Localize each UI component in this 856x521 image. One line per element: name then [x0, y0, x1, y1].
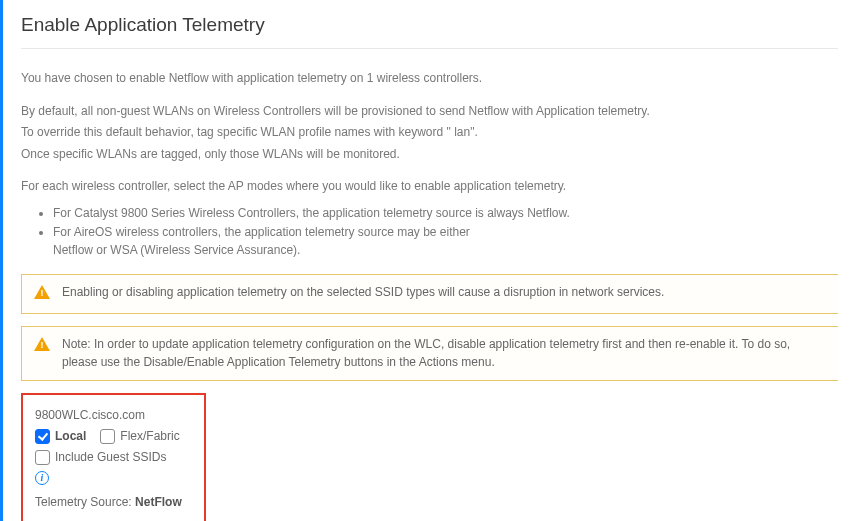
telemetry-source-value: NetFlow [135, 495, 182, 509]
intro-line: You have chosen to enable Netflow with a… [21, 69, 838, 88]
checkbox-guest-wrap[interactable]: Include Guest SSIDs [35, 446, 192, 467]
checkbox-flex-wrap[interactable]: Flex/Fabric [100, 425, 179, 446]
warning-icon [34, 285, 50, 304]
checkbox-local-label: Local [55, 429, 86, 443]
telemetry-source-label: Telemetry Source: [35, 495, 132, 509]
checkbox-local-wrap[interactable]: Local [35, 425, 86, 446]
intro-line: By default, all non-guest WLANs on Wirel… [21, 102, 838, 121]
alert-text: Enabling or disabling application teleme… [62, 284, 664, 301]
intro-line: For each wireless controller, select the… [21, 177, 838, 196]
checkbox-guest-label: Include Guest SSIDs [55, 450, 166, 464]
page-title: Enable Application Telemetry [21, 14, 838, 49]
list-item-text: For AireOS wireless controllers, the app… [53, 225, 470, 239]
controller-panel: 9800WLC.cisco.com Local Flex/Fabric Incl… [21, 393, 206, 521]
controller-hostname: 9800WLC.cisco.com [35, 405, 192, 425]
list-item: For AireOS wireless controllers, the app… [53, 223, 838, 260]
intro-line: Once specific WLANs are tagged, only tho… [21, 145, 838, 164]
intro-line: To override this default behavior, tag s… [21, 123, 838, 142]
checkbox-flex-label: Flex/Fabric [120, 429, 179, 443]
checkbox-local[interactable] [35, 429, 50, 444]
info-icon[interactable]: i [35, 471, 49, 485]
checkbox-guest[interactable] [35, 450, 50, 465]
list-item-text: Netflow or WSA (Wireless Service Assuran… [53, 243, 300, 257]
checkbox-flex[interactable] [100, 429, 115, 444]
telemetry-source: Telemetry Source: NetFlow [35, 492, 192, 512]
bullet-list: For Catalyst 9800 Series Wireless Contro… [53, 204, 838, 260]
intro-block: You have chosen to enable Netflow with a… [21, 69, 838, 196]
list-item: For Catalyst 9800 Series Wireless Contro… [53, 204, 838, 223]
alert-update-note: Note: In order to update application tel… [21, 326, 838, 381]
warning-icon [34, 337, 50, 356]
alert-text: Note: In order to update application tel… [62, 336, 826, 371]
alert-disruption: Enabling or disabling application teleme… [21, 274, 838, 314]
